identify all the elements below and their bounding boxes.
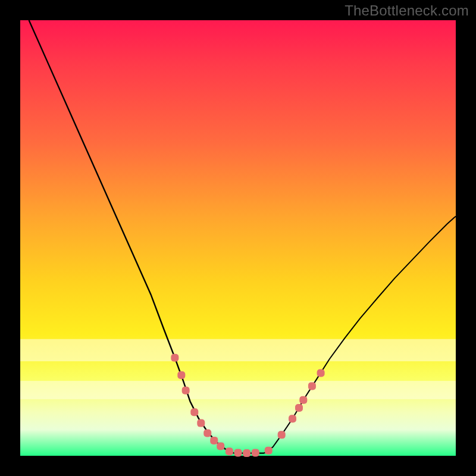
data-marker — [226, 447, 233, 455]
data-marker — [210, 437, 218, 444]
pale-band — [20, 381, 456, 399]
data-marker — [197, 419, 205, 427]
pale-band — [20, 339, 456, 361]
data-marker — [203, 429, 211, 437]
data-marker — [252, 449, 259, 456]
markers-group — [171, 354, 324, 457]
data-marker — [217, 442, 224, 450]
watermark-text: TheBottleneck.com — [345, 2, 469, 19]
data-marker — [234, 449, 242, 456]
data-marker — [299, 396, 307, 404]
data-marker — [171, 354, 178, 362]
data-marker — [289, 415, 296, 422]
data-marker — [243, 449, 250, 457]
chart-frame: TheBottleneck.com — [0, 0, 476, 476]
chart-svg — [20, 20, 456, 456]
pale-bands-group — [20, 339, 456, 399]
data-marker — [317, 369, 325, 377]
data-marker — [295, 404, 303, 412]
data-marker — [177, 371, 185, 379]
data-marker — [190, 408, 198, 416]
plot-area — [20, 20, 456, 456]
data-marker — [265, 447, 273, 455]
data-marker — [278, 431, 286, 439]
data-marker — [308, 382, 316, 390]
data-marker — [182, 387, 190, 394]
